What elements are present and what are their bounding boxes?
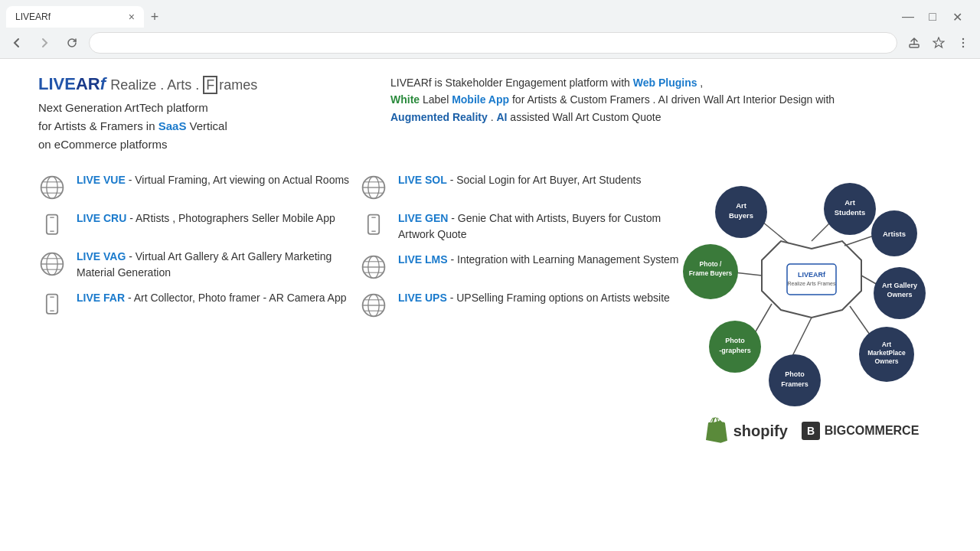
globe-icon-vue (38, 174, 66, 201)
svg-text:Art: Art (844, 198, 856, 207)
globe-icon-sol (360, 174, 387, 201)
svg-text:Realize Arts Frames: Realize Arts Frames (787, 281, 836, 286)
feature-vue-name: LIVE VUE (77, 174, 126, 186)
feature-vag-name: LIVE VAG (77, 250, 126, 262)
logo-arf: AR (76, 74, 100, 93)
desc-mobile-app: Mobile App (452, 93, 509, 106)
forward-button[interactable] (34, 32, 55, 54)
svg-text:Buyers: Buyers (729, 211, 753, 220)
partner-logos: shopify B BIGCOMMERCE (704, 417, 920, 445)
svg-text:Art: Art (882, 341, 891, 348)
stakeholder-diagram: LIVEARf Realize Arts Frames (681, 180, 942, 432)
feature-gen-name: LIVE GEN (398, 212, 448, 224)
shopify-bag-icon (704, 417, 729, 445)
logo-area: LIVEARf Realize . Arts . Frames Next Gen… (38, 74, 360, 154)
bigcommerce-logo: B BIGCOMMERCE (800, 420, 920, 442)
feature-vue-desc: - Virtual Framing, Art viewing on Actual… (126, 174, 349, 186)
header-section: LIVEARf Realize . Arts . Frames Next Gen… (38, 74, 942, 154)
star-icon[interactable] (928, 32, 949, 54)
svg-text:Art: Art (736, 201, 747, 210)
feature-cru-name: LIVE CRU (77, 212, 126, 224)
subtitle-line1: Next Generation ArtTech platform (38, 101, 208, 114)
feature-sol: LIVE SOL - Social Login for Art Buyer, A… (360, 172, 681, 201)
address-bar (0, 28, 980, 58)
tab-close-button[interactable]: × (129, 11, 135, 23)
feature-vue-text: LIVE VUE - Virtual Framing, Art viewing … (77, 172, 349, 188)
svg-rect-40 (787, 264, 836, 295)
desc-ar: Augmented Reality (390, 111, 488, 123)
logo-realize: Realize . Arts . (110, 77, 203, 93)
feature-far-text: LIVE FAR - Art Collector, Photo framer -… (77, 290, 346, 306)
share-icon[interactable] (903, 32, 925, 54)
feature-cru: LIVE CRU - ARtists , Photographers Selle… (38, 210, 360, 240)
globe-icon-vag (38, 250, 66, 278)
feature-lms: LIVE LMS - Integration with Learning Man… (360, 252, 681, 281)
bigcommerce-text: BIGCOMMERCE (825, 424, 920, 438)
svg-text:Owners: Owners (887, 291, 912, 298)
maximize-button[interactable]: □ (922, 6, 943, 28)
active-tab[interactable]: LIVEARf × (6, 6, 144, 28)
feature-cru-text: LIVE CRU - ARtists , Photographers Selle… (77, 210, 335, 227)
minimize-button[interactable]: — (897, 6, 919, 28)
refresh-button[interactable] (61, 32, 83, 54)
logo-live: LIVE (38, 74, 76, 93)
feature-far-name: LIVE FAR (77, 292, 125, 304)
svg-text:Photo: Photo (725, 337, 745, 344)
svg-text:Students: Students (835, 208, 866, 217)
feature-lms-desc: - Integration with Learning Management S… (448, 253, 679, 266)
mobile-icon-gen (360, 212, 387, 240)
svg-rect-0 (910, 44, 919, 47)
svg-text:Artists: Artists (883, 230, 906, 238)
svg-text:Photo /: Photo / (700, 260, 722, 268)
mobile-icon-cru (38, 212, 66, 240)
bigcommerce-icon: B (800, 420, 822, 442)
window-close-button[interactable]: ✕ (946, 6, 968, 28)
svg-point-2 (962, 38, 964, 40)
svg-text:LIVEARf: LIVEARf (798, 271, 826, 279)
feature-ups-name: LIVE UPS (398, 292, 447, 304)
desc-ai: AI (496, 111, 507, 123)
feature-ups-text: LIVE UPS - UPSelling Framing options on … (398, 290, 670, 306)
svg-text:Frame Buyers: Frame Buyers (689, 269, 733, 277)
tab-label: LIVEARf (15, 11, 51, 22)
feature-sol-text: LIVE SOL - Social Login for Art Buyer, A… (398, 172, 642, 188)
subtitle-ecommerce: on eCommerce platforms (38, 138, 167, 151)
url-input[interactable] (89, 32, 897, 54)
feature-ups: LIVE UPS - UPSelling Framing options on … (360, 290, 681, 319)
feature-gen-text: LIVE GEN - Genie Chat with Artists, Buye… (398, 210, 681, 243)
feature-sol-name: LIVE SOL (398, 174, 447, 186)
svg-text:B: B (807, 425, 815, 437)
desc-intro: LIVEARf is Stakeholder Engagement platfo… (390, 77, 633, 89)
globe-icon-lms (360, 253, 387, 281)
menu-icon[interactable] (952, 32, 974, 54)
feature-lms-name: LIVE LMS (398, 253, 448, 266)
globe-icon-ups (360, 292, 387, 319)
feature-far-desc: - Art Collector, Photo framer - AR Camer… (125, 292, 346, 304)
feature-lms-text: LIVE LMS - Integration with Learning Man… (398, 252, 679, 268)
logo-frames-icon: F (203, 76, 217, 94)
back-button[interactable] (6, 32, 28, 54)
feature-far: LIVE FAR - Art Collector, Photo framer -… (38, 290, 360, 319)
subtitle-vertical: Vertical (186, 119, 227, 132)
feature-cru-desc: - ARtists , Photographers Seller Mobile … (126, 212, 335, 224)
features-left-col: LIVE VUE - Virtual Framing, Art viewing … (38, 172, 360, 445)
feature-ups-desc: - UPSelling Framing options on Artists w… (447, 292, 670, 304)
shopify-text: shopify (733, 422, 788, 440)
svg-text:Art Gallery: Art Gallery (882, 282, 917, 289)
subtitle-line2: for Artists & Framers in (38, 119, 158, 132)
logo-rames: rames (219, 77, 257, 93)
shopify-logo: shopify (704, 417, 788, 445)
feature-vag-text: LIVE VAG - Virtual Art Gallery & Art Gal… (77, 249, 360, 281)
feature-sol-desc: - Social Login for Art Buyer, Art Studen… (447, 174, 642, 186)
mobile-icon-far (38, 292, 66, 319)
feature-vue: LIVE VUE - Virtual Framing, Art viewing … (38, 172, 360, 201)
tab-bar: LIVEARf × + — □ ✕ (0, 0, 980, 28)
description-area: LIVEARf is Stakeholder Engagement platfo… (390, 74, 942, 154)
desc-white: White (390, 93, 420, 106)
features-right-col: LIVE SOL - Social Login for Art Buyer, A… (360, 172, 681, 445)
new-tab-button[interactable]: + (144, 6, 165, 28)
svg-text:Photo: Photo (785, 370, 805, 378)
browser-chrome: LIVEARf × + — □ ✕ (0, 0, 980, 59)
feature-vag: LIVE VAG - Virtual Art Gallery & Art Gal… (38, 249, 360, 281)
svg-text:-graphers: -graphers (719, 347, 751, 354)
